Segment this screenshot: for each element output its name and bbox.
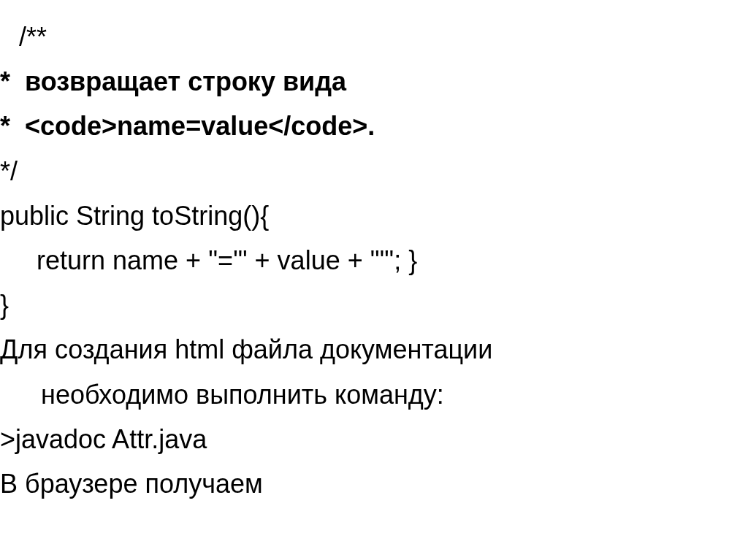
slide-content: /** * возвращает строку вида * <code>nam… [0, 0, 748, 506]
code-line-2: * возвращает строку вида [0, 59, 748, 104]
text-line-10: В браузере получаем [0, 461, 748, 506]
code-line-4: */ [0, 149, 748, 193]
code-line-6: return name + "='" + value + "'"; } [0, 238, 748, 283]
code-line-3: * <code>name=value</code>. [0, 104, 748, 148]
code-line-7: } [0, 283, 748, 327]
code-line-1: /** [0, 15, 748, 59]
text-line-8a: Для создания html файла документации [0, 327, 748, 372]
text-line-9: >javadoc Attr.java [0, 417, 748, 461]
text-line-8b: необходимо выполнить команду: [0, 372, 748, 417]
code-line-5: public String toString(){ [0, 193, 748, 238]
